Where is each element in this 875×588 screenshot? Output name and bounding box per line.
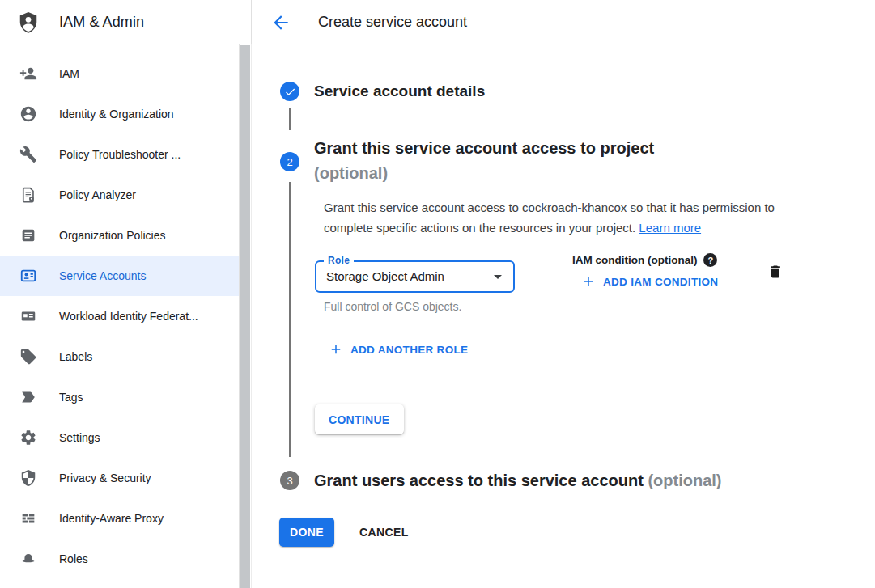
sidebar-item-policy-analyzer[interactable]: Policy Analyzer [0, 175, 239, 215]
iam-condition-label: IAM condition (optional) [572, 254, 697, 266]
iam-admin-sidebar: IAM Identity & Organization Policy Troub… [0, 44, 240, 588]
stepper-connector [289, 182, 291, 457]
tag-arrow-icon [19, 388, 37, 406]
sidebar-item-tags[interactable]: Tags [0, 377, 239, 417]
sidebar-item-identity-organization[interactable]: Identity & Organization [0, 94, 239, 134]
striped-box-icon [19, 510, 37, 527]
sidebar-item-label: Policy Analyzer [59, 188, 136, 201]
role-select-value: Storage Object Admin [326, 262, 444, 291]
sidebar-item-organization-policies[interactable]: Organization Policies [0, 215, 239, 256]
plus-icon [581, 274, 596, 289]
product-title: IAM & Admin [59, 14, 144, 31]
step1-title: Service account details [314, 82, 485, 100]
label-tag-icon [19, 348, 37, 366]
role-helper-text: Full control of GCS objects. [324, 300, 461, 313]
delete-role-trash-icon[interactable] [767, 264, 784, 280]
step1-completed-badge [280, 82, 299, 101]
service-account-badge-icon [19, 267, 37, 285]
step2-title-text: Grant this service account access to pro… [314, 139, 654, 157]
sidebar-item-service-accounts[interactable]: Service Accounts [0, 256, 239, 296]
sidebar-item-label: Identity-Aware Proxy [59, 512, 164, 525]
person-add-icon [19, 65, 37, 82]
sidebar-item-label: Settings [59, 431, 100, 444]
help-icon[interactable]: ? [703, 253, 717, 267]
sidebar-item-label: Organization Policies [59, 229, 166, 242]
sidebar-item-labels[interactable]: Labels [0, 336, 239, 377]
add-another-role-label: ADD ANOTHER ROLE [350, 344, 468, 356]
header-divider [251, 0, 252, 44]
hat-icon [19, 550, 37, 568]
sidebar-item-workload-identity-federation[interactable]: Workload Identity Federat... [0, 296, 239, 336]
page-title: Create service account [318, 0, 467, 44]
sidebar-item-label: Privacy & Security [59, 472, 151, 484]
dropdown-arrow-icon [488, 267, 508, 286]
sidebar-item-label: Tags [59, 391, 83, 404]
cancel-button[interactable]: CANCEL [346, 518, 423, 547]
plus-icon [329, 342, 343, 357]
top-header: IAM & Admin Create service account [0, 0, 875, 44]
sidebar-scrollbar-thumb[interactable] [240, 45, 250, 588]
learn-more-link[interactable]: Learn more [639, 221, 701, 235]
continue-button[interactable]: CONTINUE [315, 404, 404, 434]
add-another-role-button[interactable]: ADD ANOTHER ROLE [329, 342, 468, 357]
sidebar-item-label: Policy Troubleshooter ... [59, 148, 181, 161]
list-box-icon [19, 226, 37, 244]
sidebar-scrollbar-track [240, 44, 252, 588]
iam-condition-header: IAM condition (optional) ? [572, 253, 717, 267]
step2-description: Grant this service account access to coc… [324, 197, 800, 238]
step3-badge: 3 [280, 471, 299, 490]
check-icon [284, 86, 296, 98]
account-circle-icon [19, 105, 37, 123]
done-button[interactable]: DONE [279, 518, 334, 547]
stepper-connector [289, 108, 291, 130]
create-service-account-panel: Service account details 2 Grant this ser… [252, 44, 875, 588]
role-select[interactable]: Role Storage Object Admin [315, 260, 515, 293]
half-shield-icon [19, 469, 37, 487]
step2-title: Grant this service account access to pro… [314, 136, 654, 186]
back-arrow-icon[interactable] [270, 12, 291, 33]
sidebar-item-settings[interactable]: Settings [0, 417, 239, 458]
sidebar-item-label: Workload Identity Federat... [59, 310, 198, 323]
add-iam-condition-label: ADD IAM CONDITION [603, 276, 718, 288]
step2-optional-suffix: (optional) [314, 164, 388, 182]
sidebar-item-privacy-security[interactable]: Privacy & Security [0, 458, 239, 498]
sidebar-item-identity-aware-proxy[interactable]: Identity-Aware Proxy [0, 498, 239, 539]
sidebar-item-label: Roles [59, 552, 88, 565]
step3-title: Grant users access to this service accou… [314, 472, 722, 490]
sidebar-item-label: Identity & Organization [59, 108, 174, 121]
step3-optional-suffix: (optional) [648, 472, 721, 489]
id-card-icon [19, 307, 37, 325]
gear-icon [19, 429, 37, 446]
step2-description-text: Grant this service account access to coc… [324, 201, 775, 235]
step3-title-text: Grant users access to this service accou… [314, 472, 644, 489]
sidebar-item-iam[interactable]: IAM [0, 53, 239, 94]
sidebar-item-policy-troubleshooter[interactable]: Policy Troubleshooter ... [0, 134, 239, 175]
sidebar-item-roles[interactable]: Roles [0, 539, 239, 579]
add-iam-condition-button[interactable]: ADD IAM CONDITION [581, 274, 718, 289]
iam-shield-icon [16, 11, 40, 35]
sidebar-item-label: Service Accounts [59, 269, 146, 282]
document-gear-icon [19, 186, 37, 204]
wrench-icon [19, 146, 37, 163]
sidebar-item-label: IAM [59, 67, 79, 80]
step2-badge: 2 [280, 152, 299, 171]
sidebar-item-label: Labels [59, 350, 92, 363]
product-brand: IAM & Admin [16, 0, 144, 44]
